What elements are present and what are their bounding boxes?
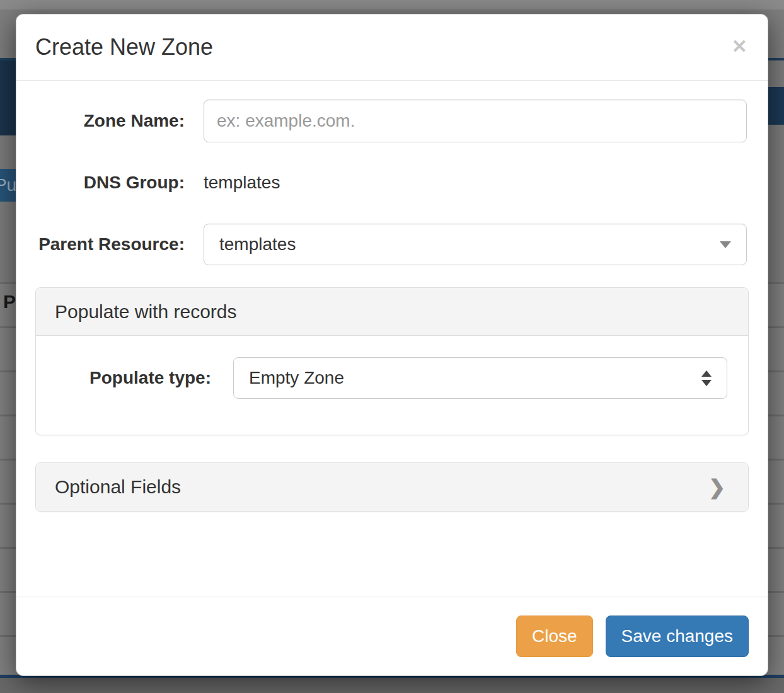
save-changes-button[interactable]: Save changes bbox=[606, 616, 749, 657]
dns-group-control: templates bbox=[204, 173, 749, 193]
populate-type-row: Populate type: Empty Zone bbox=[55, 357, 729, 399]
background-bottom-strip bbox=[0, 678, 784, 693]
populate-type-label: Populate type: bbox=[55, 368, 233, 388]
modal-header: Create New Zone ✕ bbox=[16, 14, 768, 81]
background-top-strip bbox=[0, 0, 784, 9]
populate-panel-title: Populate with records bbox=[55, 301, 729, 323]
optional-fields-title: Optional Fields bbox=[55, 476, 708, 498]
dns-group-label: DNS Group: bbox=[35, 173, 204, 193]
zone-name-label: Zone Name: bbox=[35, 111, 204, 131]
optional-fields-header[interactable]: Optional Fields ❯ bbox=[36, 463, 748, 511]
close-button[interactable]: Close bbox=[516, 616, 593, 657]
background-heading-fragment: P bbox=[3, 291, 16, 312]
populate-type-select[interactable]: Empty Zone bbox=[233, 357, 727, 399]
zone-name-input[interactable] bbox=[204, 100, 747, 142]
dns-group-row: DNS Group: templates bbox=[35, 161, 749, 204]
modal-footer: Close Save changes bbox=[16, 597, 768, 675]
chevron-down-icon bbox=[720, 241, 731, 248]
modal-body: Zone Name: DNS Group: templates Parent R… bbox=[16, 81, 768, 597]
dns-group-value: templates bbox=[204, 173, 280, 192]
populate-type-selected-value: Empty Zone bbox=[249, 368, 701, 388]
select-updown-icon bbox=[701, 370, 712, 386]
close-icon[interactable]: ✕ bbox=[730, 32, 749, 61]
chevron-right-icon: ❯ bbox=[708, 475, 729, 499]
parent-resource-control: templates bbox=[204, 224, 749, 265]
create-new-zone-modal: Create New Zone ✕ Zone Name: DNS Group: … bbox=[16, 14, 768, 676]
populate-panel-header: Populate with records bbox=[36, 288, 748, 336]
zone-name-control bbox=[204, 100, 749, 142]
modal-title: Create New Zone bbox=[35, 32, 730, 62]
populate-type-control: Empty Zone bbox=[233, 357, 729, 399]
parent-resource-label: Parent Resource: bbox=[35, 234, 204, 255]
parent-resource-selected-value: templates bbox=[219, 234, 720, 255]
optional-fields-panel: Optional Fields ❯ bbox=[35, 462, 749, 512]
populate-panel-body: Populate type: Empty Zone bbox=[36, 336, 748, 435]
parent-resource-select[interactable]: templates bbox=[204, 224, 747, 265]
zone-name-row: Zone Name: bbox=[35, 100, 749, 142]
populate-panel: Populate with records Populate type: Emp… bbox=[35, 287, 749, 435]
parent-resource-row: Parent Resource: templates bbox=[35, 223, 749, 266]
background-publish-button-label: Pu bbox=[0, 175, 16, 195]
